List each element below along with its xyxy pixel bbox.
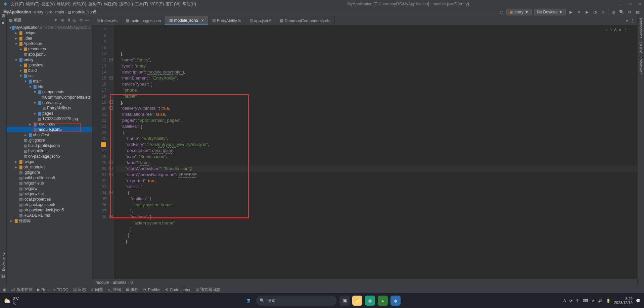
edge-icon[interactable]: ◉	[365, 296, 375, 306]
menu-item[interactable]: 工具(T)	[135, 2, 148, 6]
gear-icon[interactable]: ⚙	[78, 17, 84, 23]
tree-node[interactable]: ▥hvigorw	[7, 186, 92, 191]
code-line[interactable]: {	[116, 130, 637, 136]
line-number[interactable]: 35	[92, 196, 106, 202]
fold-icon[interactable]: −	[109, 215, 113, 218]
intention-bulb-icon[interactable]	[101, 142, 106, 147]
tree-node[interactable]: ▾▇MyApplication E:\HarmonyOS\MyApplicati…	[7, 25, 92, 30]
tree-node[interactable]: ▸▇外部库	[7, 218, 92, 223]
bottom-tool-button[interactable]: >_终端	[108, 287, 122, 293]
tab-close-icon[interactable]: ×	[201, 18, 204, 23]
devices-combo[interactable]: No Devices ▼	[534, 9, 566, 15]
locate-icon[interactable]: ⊕	[60, 17, 66, 23]
code-line[interactable]: "skills": [	[116, 184, 637, 190]
code-line[interactable]: {	[116, 190, 637, 196]
tree-twisty-icon[interactable]: ▸	[14, 36, 18, 41]
menu-item[interactable]: 窗口(W)	[166, 2, 180, 6]
code-line[interactable]: "tablet"	[116, 93, 637, 99]
code-line[interactable]: "abilities": [	[116, 123, 637, 130]
code-line[interactable]: ]	[116, 226, 637, 232]
code-line[interactable]: "name": "entry",	[116, 57, 637, 63]
line-number[interactable]: 16	[92, 81, 106, 87]
tree-twisty-icon[interactable]: ▸	[24, 133, 28, 137]
structure-tab[interactable]: 结构	[1, 279, 6, 283]
code-line[interactable]: "icon": "$media:icon",	[116, 154, 637, 160]
tree-twisty-icon[interactable]: ▸	[14, 165, 18, 169]
breadcrumb-item[interactable]: MyApplication	[3, 10, 31, 14]
line-number[interactable]: 19	[92, 99, 106, 105]
tree-node[interactable]: ▸▇pages	[7, 111, 92, 116]
notifications-icon[interactable]: 💬	[636, 299, 641, 303]
editor-tab[interactable]: ▥Index.ets	[92, 16, 122, 25]
tray-input-icon[interactable]: ⌨	[583, 299, 588, 303]
line-number[interactable]: 28	[92, 154, 106, 160]
tree-node[interactable]: ▥oh-package.json5	[7, 202, 92, 207]
code-line[interactable]: "deviceTypes": [	[116, 81, 637, 87]
collapse-icon[interactable]: ⊟	[72, 17, 78, 23]
line-number[interactable]: 29	[92, 160, 106, 166]
code-area[interactable]: ✓ 1 ᐱ ᐯ ⋮ }, "name": "entry", "type": "e…	[114, 25, 637, 278]
code-line[interactable]: },	[116, 51, 637, 57]
code-line[interactable]: "exported": true,	[116, 178, 637, 184]
minimize-icon[interactable]: ―	[618, 2, 622, 6]
tree-twisty-icon[interactable]: ▸	[19, 63, 23, 67]
right-tool-tab[interactable]: Notifications	[639, 16, 643, 40]
tab-list-icon[interactable]: ▾	[626, 18, 628, 23]
tree-node[interactable]: ▸▇build	[7, 68, 92, 73]
tree-node[interactable]: ▸▇.hvigor	[7, 30, 92, 36]
code-line[interactable]: "srcEntry": "./ets/entryability/EntryAbi…	[116, 142, 637, 148]
tree-node[interactable]: ▾▇src	[7, 73, 92, 79]
code-line[interactable]: "entity.system.home"	[116, 202, 637, 208]
tree-node[interactable]: ▸▇ohosTest	[7, 132, 92, 138]
fold-icon[interactable]: −	[109, 100, 113, 104]
editor-tab[interactable]: ▥app.json5	[245, 16, 276, 25]
hide-icon[interactable]: ―	[84, 17, 90, 23]
build-icon[interactable]: ⊞	[610, 9, 616, 15]
tray-wifi-icon[interactable]: ⊚	[592, 299, 595, 303]
tree-node[interactable]: ▾▇AppScope	[7, 41, 92, 46]
tree-node[interactable]: ▾▇components	[7, 89, 92, 95]
editor-tab[interactable]: ▥EntryAbility.ts	[208, 16, 245, 25]
tree-twisty-icon[interactable]: ▾	[33, 90, 37, 94]
tree-node[interactable]: ▸▇hvigor	[7, 159, 92, 164]
line-number[interactable]: 31	[92, 172, 106, 178]
project-tree[interactable]: ▾▇MyApplication E:\HarmonyOS\MyApplicati…	[7, 24, 92, 286]
code-line[interactable]: "installationFree": false,	[116, 111, 637, 117]
tree-twisty-icon[interactable]: ▾	[14, 57, 18, 62]
menu-item[interactable]: 导航(N)	[57, 2, 71, 6]
line-number[interactable]: 25	[92, 136, 106, 142]
nav-breadcrumbs[interactable]: MyApplication›entry›src›main›▥ module.js…	[3, 10, 97, 14]
tree-twisty-icon[interactable]: ▾	[14, 41, 18, 46]
tree-node[interactable]: ▸▇.idea	[7, 36, 92, 41]
fold-strip[interactable]: −−−−−−−−−	[109, 25, 114, 278]
tree-node[interactable]: ▥1702344909275.jpg	[7, 116, 92, 121]
tree-twisty-icon[interactable]: ▾	[28, 84, 32, 89]
code-line[interactable]: "startWindowIcon": "$media:icon",	[116, 166, 637, 172]
line-number[interactable]: 33	[92, 184, 106, 190]
inspection-widget[interactable]: ✓ 1 ᐱ ᐯ ⋮	[605, 27, 627, 33]
code-line[interactable]: "action.system.home"	[116, 220, 637, 226]
fold-icon[interactable]: −	[109, 167, 113, 170]
menu-item[interactable]: 代码(C)	[73, 2, 86, 6]
code-line[interactable]: }	[116, 232, 637, 238]
menu-item[interactable]: VCS(S)	[150, 2, 164, 6]
deveco-icon[interactable]: ◆	[390, 296, 401, 306]
search-everywhere-icon[interactable]: 🔍	[618, 9, 625, 15]
taskbar-search[interactable]: 🔍 搜索	[256, 296, 337, 306]
line-number[interactable]: 32	[92, 178, 106, 184]
editor-tab[interactable]: ▥module.json5×	[165, 16, 208, 25]
menu-item[interactable]: 构建(B)	[104, 2, 117, 6]
weather-widget[interactable]: ⛅ 8°C 阴	[3, 296, 19, 305]
bottom-tool-button[interactable]: ▶Run	[37, 287, 49, 293]
bullseye-icon[interactable]: ◎	[498, 9, 504, 15]
tree-twisty-icon[interactable]: ▾	[19, 73, 23, 78]
line-number[interactable]: 18	[92, 93, 106, 99]
more-icon[interactable]: ⋮	[624, 27, 627, 33]
menu-item[interactable]: 文件(F)	[11, 2, 24, 6]
tree-twisty-icon[interactable]: ▾	[33, 100, 37, 105]
menu-item[interactable]: 重构(R)	[88, 2, 102, 6]
tree-node[interactable]: ▥oh-package.json5	[7, 154, 92, 159]
tree-twisty-icon[interactable]: ▸	[14, 159, 18, 164]
explorer-icon[interactable]: 📁	[352, 296, 362, 306]
editor-tab[interactable]: ▥CommonComponents.ets	[276, 16, 335, 25]
